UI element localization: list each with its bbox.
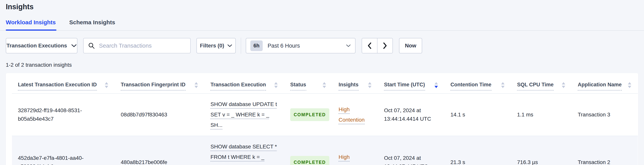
column-header-sql-cpu-time[interactable]: SQL CPU Time: [511, 73, 572, 93]
status-badge: COMPLETED: [290, 156, 329, 165]
toolbar-divider: [241, 38, 241, 54]
cell-insights: High Contention: [332, 93, 378, 136]
cell-status: COMPLETED: [284, 93, 332, 136]
execution-type-dropdown-label: Transaction Executions: [6, 43, 67, 49]
column-header-contention-time[interactable]: Contention Time: [444, 73, 511, 93]
cell-transaction-execution: SHOW database UPDATE t SET v = _ WHERE k…: [204, 93, 284, 136]
cell-transaction-execution: SHOW database SELECT * FROM t WHERE k = …: [204, 136, 284, 165]
column-header-insights[interactable]: Insights: [332, 73, 378, 93]
cell-start-time: Oct 07, 2024 at 13:44:07.447 UTC: [378, 136, 444, 165]
cell-application-name: Transaction 3: [572, 93, 638, 136]
cell-insights: High Contention: [332, 136, 378, 165]
chevron-right-icon: [383, 42, 387, 49]
column-header-transaction-execution[interactable]: Transaction Execution: [204, 73, 284, 93]
column-header-application-name[interactable]: Application Name: [572, 73, 638, 93]
time-range-label: Past 6 Hours: [268, 43, 341, 49]
filters-button[interactable]: Filters (0): [196, 38, 236, 53]
column-header-status[interactable]: Status: [284, 73, 332, 93]
results-summary: 1-2 of 2 transaction insights: [6, 62, 644, 68]
now-button[interactable]: Now: [399, 38, 422, 53]
table-row: 452da3e7-e7fa-4801-aa40-c59988d14eb6 480…: [12, 136, 638, 165]
insights-table: Latest Transaction Execution ID Transact…: [12, 73, 638, 165]
transaction-statement-link[interactable]: SHOW database UPDATE t: [210, 99, 277, 109]
status-badge: COMPLETED: [290, 108, 329, 121]
insight-link[interactable]: High Contention: [338, 104, 374, 125]
cell-application-name: Transaction 2: [572, 136, 638, 165]
column-header-start-time-utc[interactable]: Start Time (UTC): [378, 73, 444, 93]
next-time-range-button[interactable]: [377, 38, 392, 53]
time-range-badge: 6h: [250, 41, 263, 51]
filters-button-label: Filters (0): [200, 43, 224, 49]
cell-contention-time: 14.1 s: [444, 93, 511, 136]
sort-icon[interactable]: [562, 82, 565, 88]
cell-fingerprint-id: 480a8b217be006fe: [115, 136, 204, 165]
sort-icon[interactable]: [322, 82, 326, 88]
cell-sql-cpu-time: 716.3 µs: [511, 136, 572, 165]
transaction-statement-link[interactable]: SHOW database SELECT *: [210, 141, 277, 152]
previous-time-range-button[interactable]: [362, 38, 377, 53]
insight-link[interactable]: High Contention: [338, 152, 374, 165]
search-box: [83, 38, 191, 53]
execution-type-dropdown[interactable]: Transaction Executions: [6, 38, 78, 53]
cell-fingerprint-id: 08d8b7d97f830463: [115, 93, 204, 136]
transaction-statement-link[interactable]: SET v = _ WHERE k = _ SH...: [210, 109, 280, 130]
sort-icon[interactable]: [105, 82, 108, 88]
chevron-down-icon: [346, 44, 351, 47]
insights-page: Insights Workload Insights Schema Insigh…: [0, 3, 644, 165]
cell-sql-cpu-time: 1.1 ms: [511, 93, 572, 136]
cell-status: COMPLETED: [284, 136, 332, 165]
table-row: 328729d2-ff19-4408-8531-b05a5b4e43c7 08d…: [12, 93, 638, 136]
cell-execution-id: 452da3e7-e7fa-4801-aa40-c59988d14eb6: [12, 136, 115, 165]
now-button-label: Now: [405, 43, 416, 49]
chevron-left-icon: [368, 42, 372, 49]
time-range-selector[interactable]: 6h Past 6 Hours: [246, 38, 356, 53]
sort-icon[interactable]: [368, 82, 372, 88]
sort-icon[interactable]: [628, 82, 631, 88]
tab-schema-insights[interactable]: Schema Insights: [69, 19, 116, 30]
chevron-down-icon: [71, 44, 77, 47]
cell-start-time: Oct 07, 2024 at 13:44:14.4414 UTC: [378, 93, 444, 136]
tab-bar: Workload Insights Schema Insights: [0, 19, 644, 31]
sort-icon[interactable]: [194, 82, 198, 88]
cell-contention-time: 21.3 s: [444, 136, 511, 165]
tab-workload-insights[interactable]: Workload Insights: [6, 19, 56, 30]
sort-icon-active-desc[interactable]: [434, 82, 438, 88]
search-input[interactable]: [98, 42, 186, 49]
cell-execution-id: 328729d2-ff19-4408-8531-b05a5b4e43c7: [12, 93, 115, 136]
table-header-row: Latest Transaction Execution ID Transact…: [12, 73, 638, 93]
transaction-statement-link[interactable]: FROM t WHERE k = _ SHOW: [210, 152, 280, 165]
column-header-transaction-fingerprint-id[interactable]: Transaction Fingerprint ID: [115, 73, 204, 93]
toolbar: Transaction Executions Filters (0) 6h Pa…: [0, 38, 644, 54]
sort-icon[interactable]: [501, 82, 504, 88]
sort-icon[interactable]: [274, 82, 278, 88]
insights-table-card: Latest Transaction Execution ID Transact…: [6, 73, 638, 165]
time-range-pager: [362, 38, 393, 53]
column-header-latest-transaction-execution-id[interactable]: Latest Transaction Execution ID: [12, 73, 115, 93]
search-icon: [88, 42, 95, 49]
chevron-down-icon: [227, 44, 232, 47]
page-title: Insights: [6, 3, 644, 11]
